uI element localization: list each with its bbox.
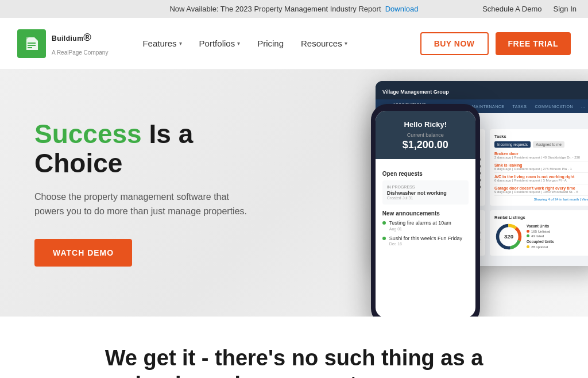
nav-more[interactable]: ... xyxy=(581,105,585,109)
buildium-logo-icon xyxy=(23,35,40,52)
buy-now-button[interactable]: BUY NOW xyxy=(420,32,489,55)
logo-sub: A RealPage Company xyxy=(52,49,108,56)
nav-portfolios[interactable]: Portfolios ▾ xyxy=(199,38,241,48)
task-2: Sink is leaking 6 days ago | Resident re… xyxy=(494,161,588,173)
bottom-title-line1: We get it - there's no such thing as a xyxy=(34,345,554,372)
tasks-tabs: Incoming requests Assigned to me xyxy=(494,141,588,148)
announce-2: Sushi for this week's Fun Friday Dec 16 xyxy=(382,236,469,246)
legend-unlisted: 165 Unlisted xyxy=(527,230,554,233)
navbar: Buildium® A RealPage Company Features ▾ … xyxy=(0,18,588,70)
logo-name: Buildium® xyxy=(52,31,108,49)
legend-occupied: 28 optional xyxy=(527,245,554,249)
banner-text: Now Available: The 2023 Property Managem… xyxy=(169,5,381,13)
portfolios-chevron-icon: ▾ xyxy=(237,40,240,47)
features-chevron-icon: ▾ xyxy=(179,40,182,47)
phone-screen: Hello Ricky! Current balance $1,200.00 O… xyxy=(376,111,475,317)
logo-text: Buildium® A RealPage Company xyxy=(52,31,108,55)
logo[interactable]: Buildium® A RealPage Company xyxy=(17,29,108,58)
resources-chevron-icon: ▾ xyxy=(345,40,347,47)
donut-chart: 320 xyxy=(494,222,523,251)
sign-in-link[interactable]: Sign In xyxy=(554,5,577,13)
donut-legend: Vacant Units 165 Unlisted 43 listed Occu… xyxy=(527,224,554,250)
task-4: Garage door doesn't work right every tim… xyxy=(494,184,588,196)
nav-links: Features ▾ Portfolios ▾ Pricing Resource… xyxy=(142,38,420,48)
dashboard-topbar: Village Management Group xyxy=(376,81,588,99)
watch-demo-button[interactable]: WATCH DEMO xyxy=(34,239,132,267)
nav-maintenance[interactable]: MAINTENANCE xyxy=(472,105,504,109)
nav-tasks[interactable]: TASKS xyxy=(512,105,527,109)
legend-listed: 43 listed xyxy=(527,234,554,238)
tasks-tab-incoming[interactable]: Incoming requests xyxy=(494,141,531,148)
hero-section: Success Is a Choice Choose the property … xyxy=(0,70,588,317)
task-1: Broken door 2 days ago | Resident reques… xyxy=(494,150,588,161)
nav-buttons: BUY NOW FREE TRIAL xyxy=(420,32,571,55)
banner-link[interactable]: Download xyxy=(385,5,419,13)
schedule-demo-link[interactable]: Schedule A Demo xyxy=(482,5,541,13)
announce-dot-2 xyxy=(382,237,386,240)
tasks-tab-assigned[interactable]: Assigned to me xyxy=(533,141,564,148)
svg-text:320: 320 xyxy=(504,233,513,240)
free-trial-button[interactable]: FREE TRIAL xyxy=(496,32,571,55)
tasks-card: Tasks Incoming requests Assigned to me B… xyxy=(490,129,588,206)
task-3: A/C in the living room is not working ri… xyxy=(494,173,588,184)
bottom-teaser: We get it - there's no such thing as a p… xyxy=(0,317,588,378)
logo-icon xyxy=(17,29,46,58)
bottom-title-line2: plug-in-and-go property manager xyxy=(34,372,554,378)
hero-title: Success Is a Choice xyxy=(34,119,260,178)
phone-request: IN PROGRESS Dishwasher not working Creat… xyxy=(382,180,469,205)
rental-listings-card: Rental Listings 320 xyxy=(490,210,588,256)
donut-area: 320 Vacant Units 165 Unlisted xyxy=(494,222,588,251)
phone-body: Open requests IN PROGRESS Dishwasher not… xyxy=(376,159,475,256)
hero-devices: Village Management Group ⌂ ASSOCIATIONS … xyxy=(276,75,588,317)
nav-communication[interactable]: COMMUNICATION xyxy=(535,105,573,109)
donut-svg: 320 xyxy=(494,222,523,251)
nav-pricing[interactable]: Pricing xyxy=(257,38,284,48)
dashboard-title: Village Management Group xyxy=(382,86,449,99)
nav-features[interactable]: Features ▾ xyxy=(142,38,181,48)
announce-1: Testing fire alarms at 10am Aug 01 xyxy=(382,220,469,231)
hero-subtitle: Choose the property management software … xyxy=(34,190,260,219)
hero-content: Success Is a Choice Choose the property … xyxy=(0,97,294,289)
nav-resources[interactable]: Resources ▾ xyxy=(301,38,347,48)
announce-dot-1 xyxy=(382,221,386,225)
phone-mockup: Hello Ricky! Current balance $1,200.00 O… xyxy=(371,104,480,317)
phone-header: Hello Ricky! Current balance $1,200.00 xyxy=(376,111,475,159)
